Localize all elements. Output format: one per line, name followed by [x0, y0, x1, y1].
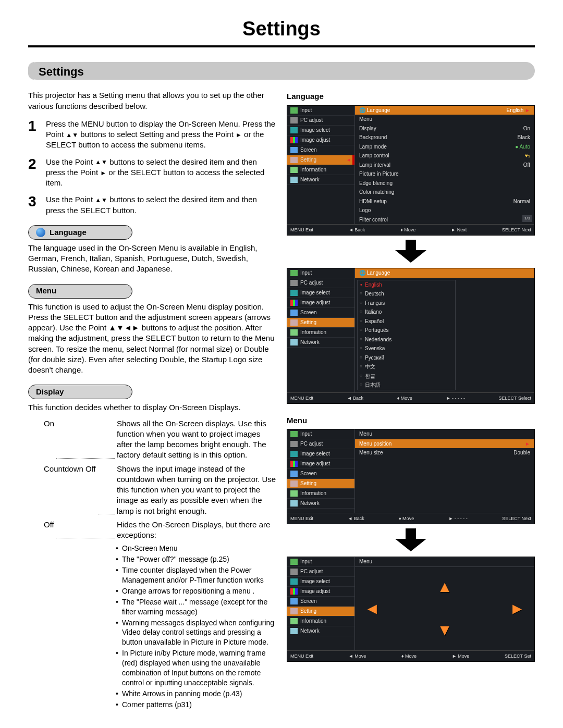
sidebar-item-input[interactable]: Input	[287, 557, 354, 567]
lang-option-english[interactable]: English	[358, 280, 455, 290]
sidebar-item-pc-adjust[interactable]: PC adjust	[287, 439, 354, 449]
input-icon	[290, 559, 298, 565]
down-arrow-icon[interactable]: ▼	[437, 620, 452, 641]
language-pill-label: Language	[50, 227, 87, 238]
sidebar-item-setting[interactable]: Setting	[287, 318, 354, 328]
sidebar-item-screen[interactable]: Screen	[287, 145, 354, 155]
osd-sidebar: Input PC adjust Image select Image adjus…	[287, 268, 355, 392]
step-2: 2 Use the Point ▲▼ buttons to select the…	[28, 157, 276, 189]
osd-row-menu-position[interactable]: Menu position►	[355, 439, 534, 449]
right-arrow-icon[interactable]: ►	[509, 598, 525, 619]
lang-option[interactable]: Español	[358, 317, 455, 326]
lang-option[interactable]: Português	[358, 326, 455, 335]
lamp-icon: ♥₁	[525, 152, 530, 159]
sidebar-item-pc-adjust[interactable]: PC adjust	[287, 278, 354, 288]
lang-option[interactable]: Deutsch	[358, 289, 455, 299]
sidebar-item-pc-adjust[interactable]: PC adjust	[287, 567, 354, 577]
svg-marker-0	[395, 240, 426, 263]
sidebar-item-network[interactable]: Network	[287, 626, 354, 636]
pc-icon	[290, 280, 298, 286]
sidebar-item-network[interactable]: Network	[287, 338, 354, 348]
osd-row[interactable]: Logo	[355, 206, 534, 215]
osd-row[interactable]: HDMI setupNormal	[355, 197, 534, 206]
osd-row[interactable]: Picture in Picture	[355, 169, 534, 179]
screen-icon	[290, 310, 298, 316]
sidebar-item-information[interactable]: Information	[287, 165, 354, 175]
pc-icon	[290, 117, 298, 124]
sidebar-item-screen[interactable]: Screen	[287, 308, 354, 318]
sidebar-item-information[interactable]: Information	[287, 328, 354, 338]
sidebar-item-information[interactable]: Information	[287, 489, 354, 499]
left-arrow-icon[interactable]: ◄	[364, 598, 380, 619]
osd-row[interactable]: Filter control	[355, 215, 534, 225]
lang-option[interactable]: Nederlands	[358, 335, 455, 344]
setting-icon	[290, 480, 298, 487]
osd-row[interactable]: BackgroundBlack	[355, 133, 534, 142]
selected-arrow-icon: ◄	[346, 156, 351, 164]
step-number: 1	[28, 119, 46, 151]
sidebar-item-setting[interactable]: Setting	[287, 479, 354, 489]
menu-pill: Menu	[28, 284, 132, 299]
sidebar-item-image-select[interactable]: Image select	[287, 288, 354, 298]
osd-main-panel: 🌐 LanguageEnglish ► Menu DisplayOn Backg…	[355, 106, 534, 225]
updown-icon: ▲▼	[95, 196, 107, 204]
lang-option[interactable]: Français	[358, 299, 455, 308]
image-select-icon	[290, 578, 298, 585]
osd-row[interactable]: Lamp intervalOff	[355, 161, 534, 170]
osd-row[interactable]: Color matching	[355, 188, 534, 197]
osd-title-row: Menu	[355, 429, 534, 439]
osd-footer: MENU Exit ◄ Back ♦ Move ► - - - - - SELE…	[287, 392, 534, 403]
list-item: In Picture in/by Picture mode, warning f…	[116, 648, 276, 688]
sidebar-item-image-select[interactable]: Image select	[287, 449, 354, 459]
pc-icon	[290, 569, 298, 575]
svg-marker-1	[395, 528, 426, 551]
sidebar-item-screen[interactable]: Screen	[287, 597, 354, 607]
sidebar-item-pc-adjust[interactable]: PC adjust	[287, 116, 354, 126]
osd-row[interactable]: Edge blending	[355, 179, 534, 188]
sidebar-item-screen[interactable]: Screen	[287, 469, 354, 479]
sidebar-item-input[interactable]: Input	[287, 429, 354, 439]
network-icon	[290, 500, 298, 507]
sidebar-item-setting[interactable]: Setting	[287, 607, 354, 616]
sidebar-item-setting[interactable]: Setting◄	[287, 155, 354, 165]
lang-option[interactable]: 한글	[358, 372, 455, 381]
lang-option[interactable]: 中文	[358, 362, 455, 372]
image-adjust-icon	[290, 461, 298, 467]
info-icon	[290, 618, 298, 624]
list-item: Orange arrows for repositioning a menu .	[116, 586, 276, 596]
sidebar-item-input[interactable]: Input	[287, 268, 354, 278]
osd-language-list: Input PC adjust Image select Image adjus…	[287, 268, 535, 404]
lang-option[interactable]: Svenska	[358, 344, 455, 353]
lang-option[interactable]: Русский	[358, 353, 455, 363]
lang-option[interactable]: 日本語	[358, 380, 455, 390]
osd-menu-main: Input PC adjust Image select Image adjus…	[287, 429, 535, 524]
sidebar-item-image-select[interactable]: Image select	[287, 577, 354, 587]
info-icon	[290, 167, 298, 173]
sidebar-item-image-adjust[interactable]: Image adjust	[287, 135, 354, 145]
down-arrow-icon	[287, 528, 535, 551]
sidebar-item-network[interactable]: Network	[287, 499, 354, 509]
sidebar-item-image-adjust[interactable]: Image adjust	[287, 587, 354, 597]
sidebar-item-information[interactable]: Information	[287, 616, 354, 626]
osd-row[interactable]: Lamp mode● Auto	[355, 142, 534, 152]
screen-icon	[290, 598, 298, 604]
image-adjust-icon	[290, 300, 298, 306]
sidebar-item-image-select[interactable]: Image select	[287, 126, 354, 135]
sidebar-item-image-adjust[interactable]: Image adjust	[287, 298, 354, 308]
osd-row[interactable]: Lamp control♥₁	[355, 151, 534, 161]
sidebar-item-input[interactable]: Input	[287, 106, 354, 116]
list-item: Corner patterns (p31)	[116, 700, 276, 710]
lang-option[interactable]: Italiano	[358, 307, 455, 317]
osd-footer: MENU Exit ◄ Back ♦ Move ► - - - - - SELE…	[287, 513, 534, 524]
sidebar-item-network[interactable]: Network	[287, 175, 354, 185]
osd-main-panel: Menu Menu position► Menu sizeDouble	[355, 429, 534, 513]
up-arrow-icon[interactable]: ▲	[437, 576, 452, 598]
image-select-icon	[290, 127, 298, 133]
osd-row-menu-size[interactable]: Menu sizeDouble	[355, 448, 534, 458]
page-number: 53	[28, 725, 535, 728]
osd-row[interactable]: DisplayOn	[355, 124, 534, 133]
osd-row-language[interactable]: 🌐 LanguageEnglish ►	[355, 106, 534, 115]
osd-row[interactable]: Menu	[355, 115, 534, 124]
osd-sidebar: Input PC adjust Image select Image adjus…	[287, 106, 355, 225]
sidebar-item-image-adjust[interactable]: Image adjust	[287, 459, 354, 469]
